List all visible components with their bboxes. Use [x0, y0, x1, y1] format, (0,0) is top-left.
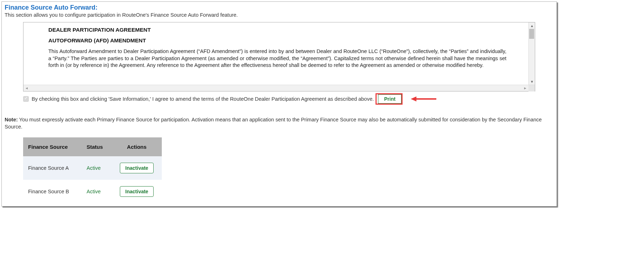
cell-source-name: Finance Source B — [23, 180, 81, 203]
horizontal-scrollbar[interactable]: ◄ ► — [23, 85, 535, 91]
cell-status: Active — [81, 180, 112, 203]
agreement-scrollpane[interactable]: DEALER PARTICIPATION AGREEMENT AUTOFORWA… — [23, 22, 535, 85]
section-description: This section allows you to configure par… — [2, 11, 557, 22]
finance-source-table: Finance Source Status Actions Finance So… — [23, 137, 162, 203]
consent-row: By checking this box and clicking 'Save … — [23, 94, 535, 104]
print-button[interactable]: Print — [378, 94, 401, 104]
svg-marker-1 — [411, 96, 416, 101]
vertical-scrollbar[interactable]: ▲ ▼ — [528, 22, 535, 85]
scroll-right-arrow-icon[interactable]: ► — [522, 85, 528, 91]
inactivate-button[interactable]: Inactivate — [120, 186, 154, 197]
table-header-row: Finance Source Status Actions — [23, 137, 162, 156]
note-body: You must expressly activate each Primary… — [5, 117, 542, 130]
agreement-heading-1: DEALER PARTICIPATION AGREEMENT — [48, 27, 506, 33]
auto-forward-panel: Finance Source Auto Forward: This sectio… — [1, 1, 557, 206]
cell-source-name: Finance Source A — [23, 156, 81, 180]
agreement-heading-2: AUTOFORWARD (AFD) AMENDMENT — [48, 37, 506, 44]
section-title: Finance Source Auto Forward: — [2, 2, 557, 11]
vertical-scroll-thumb[interactable] — [529, 29, 534, 39]
note-prefix: Note: — [5, 117, 18, 122]
col-header-source: Finance Source — [23, 137, 81, 156]
scroll-down-arrow-icon[interactable]: ▼ — [529, 78, 535, 85]
scroll-corner — [528, 85, 535, 91]
table-row: Finance Source A Active Inactivate — [23, 156, 162, 180]
scroll-up-arrow-icon[interactable]: ▲ — [529, 22, 535, 29]
note-text: Note: You must expressly activate each P… — [2, 104, 557, 135]
col-header-actions: Actions — [112, 137, 162, 156]
inactivate-button[interactable]: Inactivate — [120, 163, 154, 173]
consent-label: By checking this box and clicking 'Save … — [32, 96, 374, 102]
col-header-status: Status — [81, 137, 112, 156]
table-row: Finance Source B Active Inactivate — [23, 180, 162, 203]
agreement-frame: DEALER PARTICIPATION AGREEMENT AUTOFORWA… — [23, 22, 535, 91]
cell-status: Active — [81, 156, 112, 180]
print-button-highlight: Print — [377, 94, 401, 104]
scroll-left-arrow-icon[interactable]: ◄ — [23, 85, 30, 91]
agreement-body-text: This Autoforward Amendment to Dealer Par… — [48, 48, 506, 69]
consent-checkbox[interactable] — [23, 96, 29, 102]
callout-arrow-icon — [411, 95, 436, 103]
